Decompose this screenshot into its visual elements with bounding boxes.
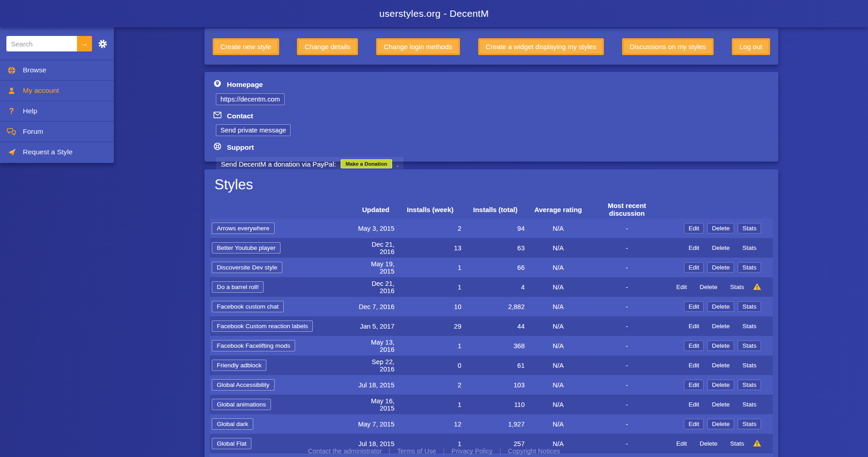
edit-button[interactable]: Edit	[684, 399, 704, 410]
installs-total-cell: 2,882	[464, 297, 527, 316]
delete-button[interactable]: Delete	[707, 340, 734, 351]
create-widget-button[interactable]: Create a widget displaying my styles	[478, 38, 604, 55]
table-row: Global dark May 7, 2015 12 1,927 N/A - E…	[210, 414, 773, 434]
style-name-link[interactable]: Discoversite Dev style	[212, 262, 282, 273]
edit-button[interactable]: Edit	[684, 301, 704, 312]
settings-gear-icon[interactable]	[98, 39, 107, 49]
warning-icon	[753, 283, 761, 291]
delete-button[interactable]: Delete	[707, 243, 734, 253]
style-name-link[interactable]: Global animations	[212, 399, 271, 410]
delete-button[interactable]: Delete	[707, 399, 734, 410]
delete-button[interactable]: Delete	[707, 380, 734, 390]
style-name-link[interactable]: Global Accessibility	[212, 379, 275, 391]
stats-button[interactable]: Stats	[738, 399, 761, 410]
style-name-link[interactable]: Global Flat	[212, 438, 251, 449]
homepage-url-link[interactable]: https://decentm.com	[216, 93, 285, 105]
edit-button[interactable]: Edit	[684, 223, 704, 234]
style-name-link[interactable]: Facebook Facelifting mods	[212, 340, 295, 351]
updated-cell: Dec 7, 2016	[355, 297, 397, 316]
delete-button[interactable]: Delete	[707, 419, 734, 429]
average-rating-cell: N/A	[527, 336, 589, 355]
stats-button[interactable]: Stats	[725, 438, 749, 449]
paypal-donate-button[interactable]: Make a Donation	[341, 159, 392, 168]
sidebar-item-forum[interactable]: Forum	[0, 121, 114, 142]
stats-button[interactable]: Stats	[738, 243, 761, 253]
average-rating-cell: N/A	[527, 316, 589, 336]
average-rating-cell: N/A	[527, 355, 589, 375]
edit-button[interactable]: Edit	[684, 360, 704, 371]
table-row: Global animations May 16, 2015 1 110 N/A…	[210, 395, 773, 414]
style-name-link[interactable]: Facebook custom chat	[212, 301, 284, 312]
edit-button[interactable]: Edit	[684, 262, 704, 273]
sidebar-item-browse[interactable]: Browse	[0, 60, 114, 80]
delete-button[interactable]: Delete	[707, 360, 734, 371]
style-name-link[interactable]: Do a barrel roll!	[212, 281, 264, 293]
stats-button[interactable]: Stats	[725, 282, 749, 292]
delete-button[interactable]: Delete	[707, 301, 734, 312]
delete-button[interactable]: Delete	[695, 282, 722, 292]
installs-total-cell: 4	[464, 277, 527, 297]
edit-button[interactable]: Edit	[672, 438, 691, 449]
table-row: Global Flat Jul 18, 2015 1 257 N/A - Edi…	[210, 434, 773, 453]
edit-button[interactable]: Edit	[672, 282, 691, 292]
profile-info-card: Homepage https://decentm.com Contact Sen…	[204, 72, 778, 162]
discussions-on-my-styles-button[interactable]: Discussions on my styles	[622, 38, 714, 55]
sidebar-item-request-a-style[interactable]: Request a Style	[0, 142, 114, 162]
edit-button[interactable]: Edit	[684, 419, 704, 429]
discussion-cell: -	[589, 277, 664, 297]
edit-button[interactable]: Edit	[684, 243, 704, 253]
search-input[interactable]	[6, 36, 77, 51]
sidebar-item-help[interactable]: ? Help	[0, 101, 114, 121]
stats-button[interactable]: Stats	[738, 360, 761, 371]
column-installs-total: Installs (total)	[464, 200, 527, 218]
stats-button[interactable]: Stats	[738, 419, 761, 429]
updated-cell: May 7, 2015	[355, 414, 397, 434]
style-name-link[interactable]: Facebook Custom reaction labels	[212, 320, 313, 332]
delete-button[interactable]: Delete	[695, 438, 722, 449]
table-row: Facebook Facelifting mods May 13, 2016 1…	[210, 336, 773, 355]
send-private-message-link[interactable]: Send private message	[216, 124, 291, 136]
discussion-cell: -	[589, 375, 664, 395]
table-row: Discoversite Dev style May 19, 2015 1 66…	[210, 258, 773, 277]
sidebar-item-label: Forum	[23, 127, 43, 136]
stats-button[interactable]: Stats	[738, 380, 761, 390]
life-ring-icon	[213, 142, 222, 152]
style-name-link[interactable]: Global dark	[212, 418, 253, 430]
donation-suffix: .	[397, 160, 398, 168]
edit-button[interactable]: Edit	[684, 321, 704, 331]
column-average-rating: Average rating	[527, 200, 589, 218]
stats-button[interactable]: Stats	[738, 301, 761, 312]
discussion-cell: -	[589, 395, 664, 414]
stats-button[interactable]: Stats	[738, 321, 761, 331]
installs-total-cell: 110	[464, 395, 527, 414]
edit-button[interactable]: Edit	[684, 380, 704, 390]
edit-button[interactable]: Edit	[684, 340, 704, 351]
delete-button[interactable]: Delete	[707, 223, 734, 234]
stats-button[interactable]: Stats	[738, 262, 761, 273]
installs-week-cell: 10	[397, 297, 464, 316]
delete-button[interactable]: Delete	[707, 321, 734, 331]
stats-button[interactable]: Stats	[738, 340, 761, 351]
discussion-cell: -	[589, 414, 664, 434]
column-most-recent-discussion: Most recent discussion	[589, 200, 664, 218]
delete-button[interactable]: Delete	[707, 262, 734, 273]
search-submit-button[interactable]: →	[77, 36, 92, 51]
change-login-methods-button[interactable]: Change login methods	[376, 38, 460, 55]
change-details-button[interactable]: Change details	[297, 38, 358, 55]
updated-cell: May 16, 2015	[355, 395, 397, 414]
style-name-link[interactable]: Better Youtube player	[212, 242, 281, 254]
logout-button[interactable]: Log out	[732, 38, 770, 55]
installs-week-cell: 0	[397, 453, 464, 457]
installs-total-cell: 63	[464, 238, 527, 258]
create-new-style-button[interactable]: Create new style	[213, 38, 279, 55]
installs-total-cell: 61	[464, 355, 527, 375]
updated-cell: Jul 18, 2015	[355, 434, 397, 453]
envelope-icon	[213, 111, 222, 121]
average-rating-cell: N/A	[527, 434, 589, 453]
style-name-link[interactable]: Arrows everywhere	[212, 223, 275, 234]
style-name-link[interactable]: Friendly adblock	[212, 360, 266, 371]
chat-bubbles-icon	[7, 127, 16, 136]
sidebar-item-my-account[interactable]: My account	[0, 80, 114, 101]
styles-table: Updated Installs (week) Installs (total)…	[210, 200, 773, 457]
stats-button[interactable]: Stats	[738, 223, 761, 234]
